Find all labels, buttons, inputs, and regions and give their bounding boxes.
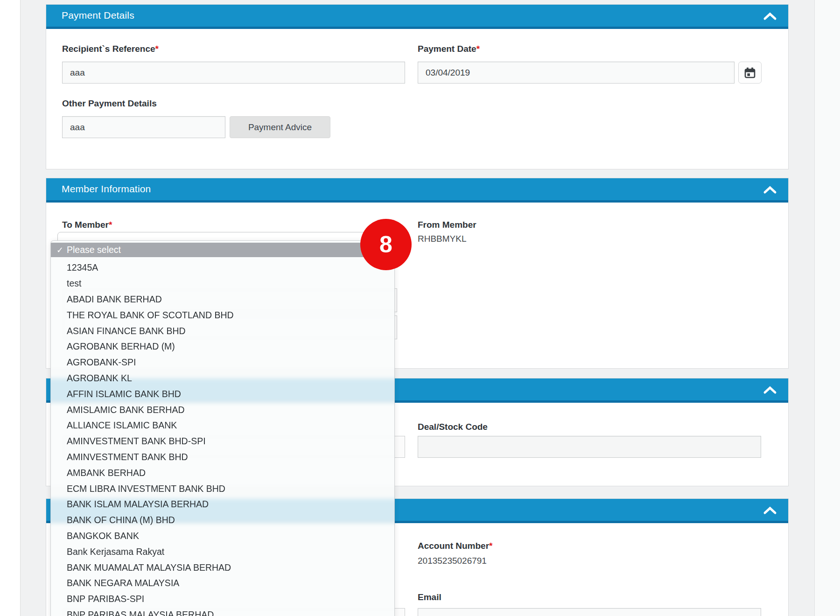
chevron-up-icon[interactable] bbox=[763, 12, 777, 21]
dropdown-option[interactable]: BNP PARIBAS MALAYSIA BERHAD bbox=[51, 607, 394, 616]
to-member-dropdown: ✓ Please select 12345A test ABADI BANK B… bbox=[50, 240, 395, 616]
section-title: Payment Details bbox=[62, 5, 134, 26]
dropdown-option[interactable]: ABADI BANK BERHAD bbox=[51, 292, 394, 308]
dropdown-selected-label: Please select bbox=[67, 245, 121, 255]
calendar-button[interactable] bbox=[738, 62, 762, 84]
dropdown-option[interactable]: AMINVESTMENT BANK BHD-SPI bbox=[51, 434, 394, 449]
dropdown-option[interactable]: BANK OF CHINA (M) BHD bbox=[51, 512, 394, 528]
account-number-label: Account Number* bbox=[418, 541, 492, 551]
payment-date-label: Payment Date* bbox=[418, 44, 480, 54]
dropdown-option[interactable]: AFFIN ISLAMIC BANK BHD bbox=[51, 386, 394, 402]
calendar-icon bbox=[743, 66, 757, 80]
account-number-value: 20135235026791 bbox=[418, 556, 487, 566]
dropdown-option[interactable]: BANK NEGARA MALAYSIA bbox=[51, 575, 394, 591]
dropdown-option[interactable]: ALLIANCE ISLAMIC BANK bbox=[51, 418, 394, 434]
other-payment-details-label: Other Payment Details bbox=[62, 98, 157, 109]
dropdown-option[interactable]: BANK MUAMALAT MALAYSIA BERHAD bbox=[51, 560, 394, 575]
email-label: Email bbox=[418, 592, 441, 602]
dropdown-option[interactable]: BANGKOK BANK bbox=[51, 528, 394, 544]
other-payment-details-input[interactable] bbox=[62, 116, 225, 138]
dropdown-option[interactable]: AGROBANK KL bbox=[51, 371, 394, 386]
dropdown-option-list: 12345A test ABADI BANK BERHAD THE ROYAL … bbox=[51, 257, 394, 616]
dropdown-option[interactable]: AGROBANK BERHAD (M) bbox=[51, 339, 394, 355]
chevron-up-icon[interactable] bbox=[763, 385, 777, 395]
dropdown-option[interactable]: ASIAN FINANCE BANK BHD bbox=[51, 323, 394, 339]
dropdown-option[interactable]: AMISLAMIC BANK BERHAD bbox=[51, 402, 394, 418]
dropdown-selected-option[interactable]: ✓ Please select bbox=[51, 243, 394, 257]
from-member-label: From Member bbox=[418, 220, 476, 230]
dropdown-option[interactable]: BANK ISLAM MALAYSIA BERHAD bbox=[51, 497, 394, 512]
deal-stock-code-label: Deal/Stock Code bbox=[418, 422, 488, 432]
dropdown-option[interactable]: ECM LIBRA INVESTMENT BANK BHD bbox=[51, 481, 394, 497]
dropdown-option[interactable]: AGROBANK-SPI bbox=[51, 355, 394, 371]
dropdown-option[interactable]: 12345A bbox=[51, 260, 394, 276]
recipient-reference-input[interactable] bbox=[62, 62, 405, 84]
section-header: Payment Details bbox=[46, 5, 788, 29]
dropdown-option[interactable]: THE ROYAL BANK OF SCOTLAND BHD bbox=[51, 307, 394, 323]
payment-date-input[interactable] bbox=[418, 62, 735, 84]
required-asterisk: * bbox=[155, 44, 159, 54]
required-asterisk: * bbox=[476, 44, 480, 54]
check-icon: ✓ bbox=[56, 245, 63, 255]
payment-form-page: Payment Details Recipient`s Reference* P… bbox=[0, 0, 840, 616]
payment-advice-button[interactable]: Payment Advice bbox=[230, 116, 330, 138]
section-payment-details: Payment Details Recipient`s Reference* P… bbox=[46, 4, 789, 169]
left-gutter bbox=[0, 0, 21, 616]
dropdown-option[interactable]: AMBANK BERHAD bbox=[51, 465, 394, 481]
section-title: Member Information bbox=[62, 178, 151, 200]
dropdown-option[interactable]: AMINVESTMENT BANK BHD bbox=[51, 449, 394, 465]
from-member-value: RHBBMYKL bbox=[418, 234, 467, 244]
email-input[interactable] bbox=[418, 608, 761, 616]
chevron-up-icon[interactable] bbox=[763, 506, 777, 515]
required-asterisk: * bbox=[489, 541, 492, 551]
required-asterisk: * bbox=[109, 220, 112, 230]
chevron-up-icon[interactable] bbox=[763, 185, 777, 195]
annotation-badge: 8 bbox=[360, 219, 412, 270]
section-header: Member Information bbox=[46, 178, 788, 203]
page-scrollbar-gutter[interactable] bbox=[814, 0, 840, 616]
to-member-label: To Member* bbox=[62, 220, 112, 230]
dropdown-option[interactable]: test bbox=[51, 276, 394, 292]
dropdown-option[interactable]: Bank Kerjasama Rakyat bbox=[51, 544, 394, 560]
deal-stock-code-input[interactable] bbox=[418, 436, 761, 458]
recipient-reference-label: Recipient`s Reference* bbox=[62, 44, 159, 54]
dropdown-option[interactable]: BNP PARIBAS-SPI bbox=[51, 591, 394, 607]
